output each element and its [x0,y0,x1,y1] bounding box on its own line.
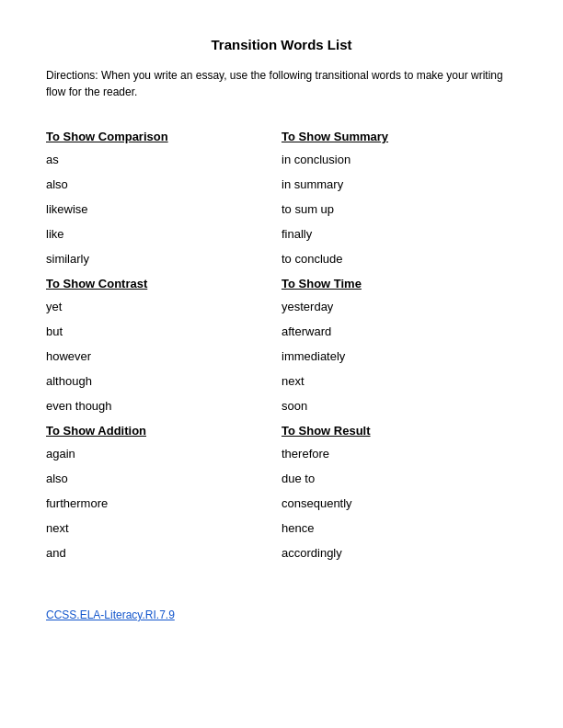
list-item: to sum up [282,202,517,216]
section-block: To Show Summaryin conclusionin summaryto… [282,130,517,266]
list-item: in summary [282,177,517,191]
list-item: yet [46,300,282,313]
section-header: To Show Time [282,277,517,290]
list-item: but [46,324,282,338]
right-column: To Show Summaryin conclusionin summaryto… [282,126,517,571]
list-item: immediately [282,349,517,363]
list-item: also [46,177,282,191]
section-block: To Show Resultthereforedue toconsequentl… [282,424,517,560]
list-item: accordingly [282,546,517,560]
list-item: finally [282,227,517,241]
list-item: and [46,546,282,560]
page-title: Transition Words List [46,37,517,52]
list-item: also [46,472,282,485]
list-item: yesterday [282,300,517,313]
list-item: even though [46,399,282,413]
list-item: next [46,521,282,535]
list-item: due to [282,472,517,485]
list-item: likewise [46,202,282,216]
section-header: To Show Comparison [46,130,282,143]
section-block: To Show Comparisonasalsolikewiselikesimi… [46,130,282,266]
section-block: To Show Contrastyetbuthoweveralthougheve… [46,277,282,413]
directions-text: Directions: When you write an essay, use… [46,67,517,100]
section-header: To Show Addition [46,424,282,438]
section-header: To Show Contrast [46,277,282,290]
ccss-link[interactable]: CCSS.ELA-Literacy.RI.7.9 [46,609,175,621]
list-item: hence [282,521,517,535]
left-column: To Show Comparisonasalsolikewiselikesimi… [46,126,282,571]
list-item: as [46,153,282,166]
section-block: To Show Timeyesterdayafterwardimmediatel… [282,277,517,413]
list-item: consequently [282,496,517,510]
list-item: like [46,227,282,241]
section-header: To Show Summary [282,130,517,143]
list-item: in conclusion [282,153,517,166]
list-item: soon [282,399,517,413]
list-item: next [282,374,517,388]
list-item: to conclude [282,252,517,266]
list-item: afterward [282,324,517,338]
list-item: although [46,374,282,388]
section-block: To Show Additionagainalsofurthermorenext… [46,424,282,560]
list-item: similarly [46,252,282,266]
section-header: To Show Result [282,424,517,438]
list-item: furthermore [46,496,282,510]
list-item: therefore [282,447,517,461]
list-item: however [46,349,282,363]
list-item: again [46,447,282,461]
